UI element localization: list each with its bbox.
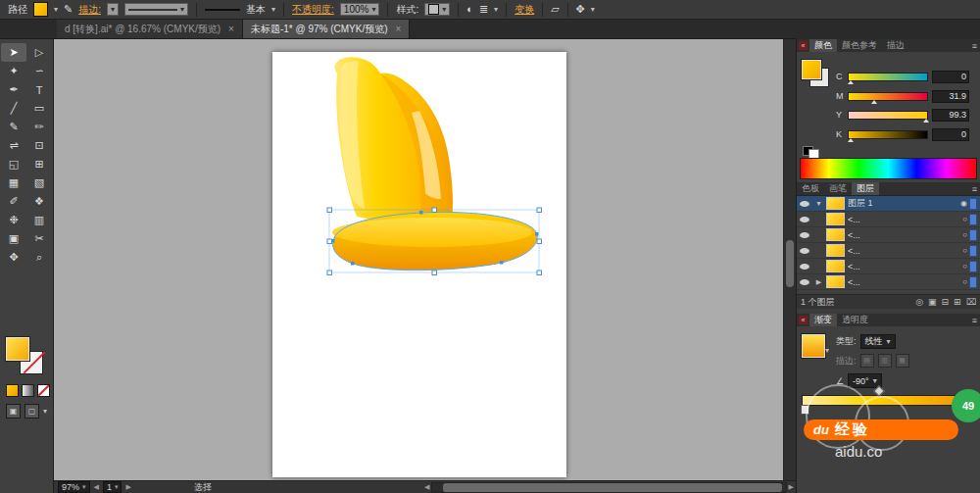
yellow-slider[interactable] — [848, 111, 928, 120]
target-circle-icon[interactable]: ○ — [962, 262, 967, 271]
collapse-panel-icon[interactable]: « — [799, 41, 808, 50]
direct-selection-tool[interactable]: ▷ — [26, 43, 52, 62]
fill-swatch[interactable] — [6, 337, 29, 361]
tab-color-guide[interactable]: 颜色参考 — [837, 39, 882, 52]
vertical-scroll-thumb[interactable] — [786, 240, 794, 287]
slider-thumb-icon[interactable] — [848, 80, 854, 84]
next-artboard-button[interactable]: ▶ — [125, 483, 130, 491]
delete-layer-icon[interactable]: ⌧ — [966, 297, 976, 307]
lasso-tool[interactable]: ∽ — [26, 62, 52, 80]
visibility-eye-icon[interactable] — [800, 217, 809, 222]
type-tool[interactable]: T — [26, 80, 52, 99]
zoom-tool[interactable]: ⌕ — [26, 248, 52, 267]
selection-tool[interactable]: ➤ — [1, 43, 26, 62]
transform-link[interactable]: 变换 — [514, 3, 534, 17]
layer-thumbnail[interactable] — [826, 275, 845, 288]
document-tab-1[interactable]: d [转换].ai* @ 16.67% (CMYK/预览) × — [57, 20, 243, 38]
black-value-input[interactable]: 0 — [932, 128, 969, 141]
width-profile-select[interactable]: ▾ — [124, 3, 188, 16]
layer-name[interactable]: <... — [848, 246, 980, 256]
slider-thumb-icon[interactable] — [848, 138, 854, 142]
panel-menu-icon[interactable]: ≡ — [972, 41, 977, 51]
opacity-input[interactable]: 100%▾ — [340, 3, 380, 16]
collapse-panel-icon[interactable]: « — [799, 316, 808, 324]
target-circle-icon[interactable]: ◉ — [960, 199, 967, 208]
visibility-eye-icon[interactable] — [800, 279, 809, 285]
horizontal-scroll-track[interactable] — [431, 482, 786, 493]
chevron-down-icon[interactable]: ▾ — [825, 346, 829, 355]
mesh-tool[interactable]: ▦ — [1, 173, 26, 192]
blend-tool[interactable]: ❖ — [26, 192, 52, 211]
free-transform-tool[interactable]: ⊡ — [26, 136, 52, 155]
layer-item-row[interactable]: <...○ — [797, 227, 980, 243]
fill-color-swatch[interactable] — [33, 2, 48, 17]
tab-stroke[interactable]: 描边 — [882, 39, 909, 52]
slice-tool[interactable]: ✂ — [26, 229, 52, 248]
locate-object-icon[interactable]: ◎ — [915, 297, 923, 307]
magenta-slider[interactable] — [848, 92, 928, 101]
tab-transparency[interactable]: 透明度 — [837, 314, 873, 326]
black-slider[interactable] — [848, 130, 928, 139]
layer-item-row[interactable]: <...○ — [797, 259, 980, 274]
draw-behind-icon[interactable]: ▢ — [24, 404, 39, 419]
layer-thumbnail[interactable] — [826, 260, 845, 272]
stroke-along-icon[interactable]: ▥ — [878, 354, 892, 368]
close-icon[interactable]: × — [228, 24, 234, 34]
target-circle-icon[interactable]: ○ — [962, 277, 967, 286]
shape-builder-tool[interactable]: ◱ — [1, 155, 26, 173]
layer-name[interactable]: <... — [848, 215, 980, 224]
layer-item-row[interactable]: <...○ — [797, 212, 980, 227]
artboard-tool[interactable]: ▣ — [1, 229, 26, 248]
recolor-artwork-icon[interactable]: ◐ — [466, 4, 473, 15]
visibility-eye-icon[interactable] — [800, 248, 809, 254]
zoom-level-select[interactable]: 97% ▾ — [58, 481, 90, 493]
target-circle-icon[interactable]: ○ — [962, 230, 967, 239]
fill-proxy-swatch[interactable] — [802, 60, 821, 79]
cyan-value-input[interactable]: 0 — [932, 71, 969, 83]
gradient-angle-input[interactable]: -90° ▾ — [848, 373, 882, 388]
layer-item-row[interactable]: <...○ — [797, 243, 980, 259]
gradient-tool[interactable]: ▧ — [26, 173, 52, 192]
cyan-slider[interactable] — [848, 73, 928, 81]
gradient-type-select[interactable]: 线性 ▾ — [860, 334, 896, 349]
target-circle-icon[interactable]: ○ — [962, 215, 967, 223]
canvas-area[interactable] — [54, 39, 796, 480]
visibility-eye-icon[interactable] — [800, 201, 809, 207]
tab-layers[interactable]: 图层 — [852, 182, 879, 195]
stroke-brush-icon[interactable]: ✎ — [64, 4, 73, 15]
align-icon[interactable]: ≣ — [479, 4, 488, 15]
tab-swatches[interactable]: 色板 — [797, 182, 824, 195]
horizontal-scroll-thumb[interactable] — [443, 483, 782, 492]
paintbrush-tool[interactable]: ✎ — [1, 118, 26, 136]
pencil-tool[interactable]: ✏ — [26, 118, 52, 136]
width-tool[interactable]: ⇌ — [1, 136, 26, 155]
scroll-left-icon[interactable]: ◀ — [424, 483, 429, 491]
yellow-value-input[interactable]: 99.3 — [932, 109, 969, 122]
layer-thumbnail[interactable] — [826, 213, 845, 225]
tab-gradient[interactable]: 渐变 — [809, 314, 837, 326]
layer-name[interactable]: <... — [848, 262, 980, 271]
color-button[interactable] — [6, 384, 19, 397]
brush-definition-label[interactable]: 基本 — [246, 3, 266, 17]
gradient-button[interactable] — [22, 384, 34, 397]
none-button[interactable] — [37, 384, 50, 397]
layer-thumbnail[interactable] — [826, 244, 845, 257]
layer-group-row[interactable]: ▼图层 1◉ — [797, 196, 980, 212]
layer-thumbnail[interactable] — [826, 197, 845, 210]
vertical-scrollbar[interactable] — [783, 39, 796, 480]
magenta-value-input[interactable]: 31.9 — [932, 90, 969, 103]
magic-wand-tool[interactable]: ✦ — [1, 62, 26, 80]
stroke-link[interactable]: 描边: — [78, 3, 101, 17]
new-sublayer-icon[interactable]: ⊟ — [942, 297, 950, 307]
stroke-width-select[interactable]: ▾ — [107, 3, 119, 16]
eyedropper-tool[interactable]: ✐ — [1, 192, 26, 211]
visibility-eye-icon[interactable] — [800, 232, 809, 238]
chevron-down-icon[interactable]: ▾ — [494, 6, 498, 14]
layer-thumbnail[interactable] — [826, 228, 845, 241]
layer-name[interactable]: <... — [848, 230, 980, 240]
rectangle-tool[interactable]: ▭ — [26, 99, 52, 118]
close-icon[interactable]: × — [396, 24, 402, 34]
pen-tool[interactable]: ✒ — [1, 80, 26, 99]
line-tool[interactable]: ╱ — [1, 99, 26, 118]
slider-thumb-icon[interactable] — [923, 119, 929, 123]
